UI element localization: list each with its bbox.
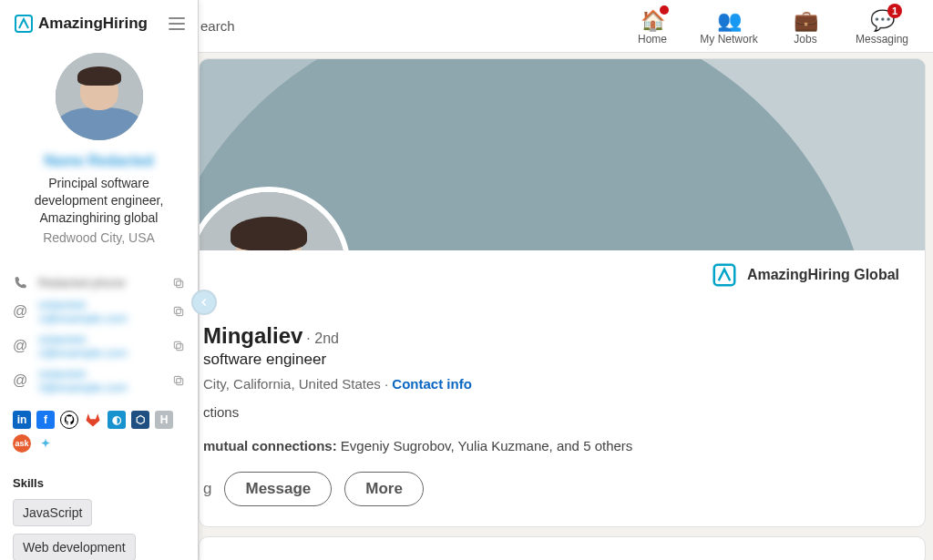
github-icon[interactable] [60,411,78,429]
skills-heading: Skills [13,476,185,490]
search-input[interactable]: earch [199,18,235,34]
social-icon[interactable]: ◐ [108,411,126,429]
profile-location: City, California, United States · Contac… [203,376,903,392]
brand-logo-icon [13,13,35,35]
cover-image [200,59,925,250]
phone-icon [13,276,29,290]
facebook-icon[interactable]: f [36,411,55,429]
company-logo-icon [711,261,738,289]
connections-count[interactable]: ctions [203,404,903,420]
contact-email-row: @ redacted-2@example.com [13,329,185,363]
collapse-sidebar-button[interactable] [191,290,217,315]
sidebar-avatar[interactable] [56,53,143,140]
contact-email-row: @ redacted-3@example.com [13,363,185,398]
nav-label: Messaging [856,33,908,46]
contact-email-row: @ redacted-1@example.com [13,294,185,329]
skill-chip[interactable]: JavaScript [13,499,92,526]
social-icon[interactable]: ✦ [36,434,55,453]
svg-rect-3 [177,309,183,315]
nav-messaging[interactable]: 💬 1 Messaging [844,4,920,49]
sidebar-profile: Name Redacted Principal software develop… [0,46,198,261]
mutual-connections[interactable]: mutual connections: Evgeniy Sugrobov, Yu… [203,438,903,453]
social-icon[interactable]: ⬡ [131,411,149,429]
menu-icon[interactable] [169,17,185,30]
chat-icon: 💬 [844,9,920,33]
profile-name: Mingaliev [203,323,302,349]
message-button[interactable]: Message [224,472,332,506]
nav-label: Home [638,33,667,46]
main-content: earch 🏠 Home 👥 My Network 💼 Jobs 💬 1 Mes… [199,0,933,560]
contact-phone: Redacted phone [38,276,163,290]
copy-icon[interactable] [172,340,185,352]
sidebar-contacts: Redacted phone @ redacted-1@example.com … [0,261,198,403]
profile-card: AmazingHiring Global Mingaliev · 2nd sof… [199,58,926,527]
brand[interactable]: AmazingHiring [13,13,148,35]
chevron-left-icon [198,296,210,309]
copy-icon[interactable] [172,277,185,290]
contact-email: redacted-1@example.com [38,298,163,325]
nav-home[interactable]: 🏠 Home [614,4,691,49]
svg-rect-1 [177,280,183,287]
copy-icon[interactable] [172,305,185,318]
social-icon[interactable]: H [155,411,173,429]
nav-label: Jobs [794,33,816,46]
profile-headline: software engineer [203,351,903,369]
top-navigation: earch 🏠 Home 👥 My Network 💼 Jobs 💬 1 Mes… [199,0,933,53]
sidebar-location: Redwood City, USA [16,230,181,245]
contact-info-link[interactable]: Contact info [392,376,472,392]
contact-email: redacted-3@example.com [38,367,163,394]
notification-dot-icon [660,5,669,15]
copy-icon[interactable] [172,374,185,387]
svg-rect-4 [174,307,180,313]
linkedin-icon[interactable]: in [13,411,31,429]
sidebar-name: Name Redacted [16,153,181,169]
connection-degree: · 2nd [306,331,339,347]
action-fragment: g [203,480,211,498]
skills-section: Skills JavaScript Web development [0,456,198,560]
amazinghiring-sidebar: AmazingHiring Name Redacted Principal so… [0,0,199,560]
home-icon: 🏠 [614,9,691,33]
secondary-card [199,536,926,560]
nav-label: My Network [700,33,757,46]
brand-text: AmazingHiring [38,15,148,33]
svg-rect-6 [174,341,180,348]
social-links: in f ◐ ⬡ H [0,403,198,433]
badge: 1 [887,4,902,18]
people-icon: 👥 [691,9,767,33]
skill-chip[interactable]: Web development [13,534,136,560]
svg-rect-5 [177,343,183,350]
contact-phone-row: Redacted phone [13,272,185,294]
company-name: AmazingHiring Global [747,267,899,283]
nav-jobs[interactable]: 💼 Jobs [767,4,844,49]
nav-network[interactable]: 👥 My Network [691,4,767,49]
at-icon: @ [13,372,29,389]
svg-rect-2 [174,279,180,285]
current-company[interactable]: AmazingHiring Global [711,261,899,289]
contact-email: redacted-2@example.com [38,332,163,360]
more-button[interactable]: More [344,472,424,506]
briefcase-icon: 💼 [767,9,844,33]
sidebar-title: Principal software development engineer,… [16,175,181,227]
profile-actions: g Message More [203,472,903,506]
svg-rect-7 [177,378,183,384]
gitlab-icon[interactable] [84,411,102,429]
at-icon: @ [13,338,29,354]
social-icon[interactable]: ask [13,434,31,453]
svg-rect-8 [174,376,180,382]
at-icon: @ [13,303,29,320]
